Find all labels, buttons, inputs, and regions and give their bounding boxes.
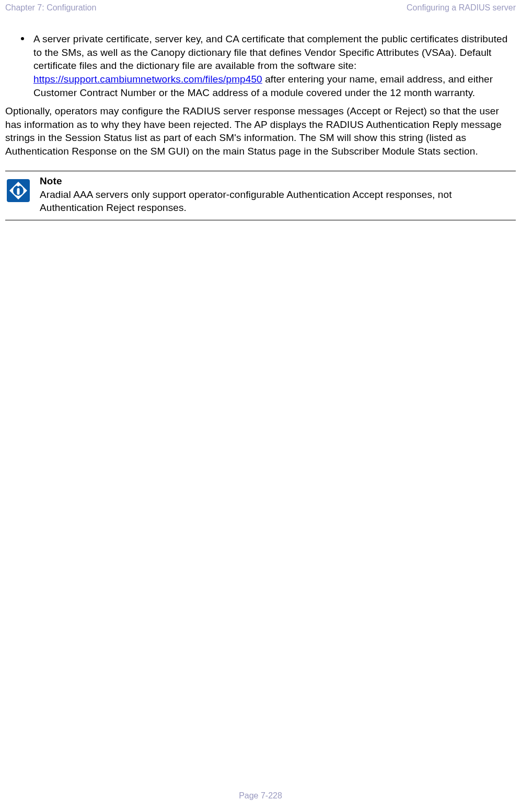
- software-site-link[interactable]: https://support.cambiumnetworks.com/file…: [33, 74, 262, 85]
- bullet-list: A server private certificate, server key…: [5, 32, 516, 99]
- bullet-text: A server private certificate, server key…: [33, 32, 516, 99]
- bullet-dot-icon: [21, 37, 24, 40]
- page-header: Chapter 7: Configuration Configuring a R…: [0, 0, 521, 13]
- page-footer: Page 7-228: [0, 791, 521, 801]
- svg-rect-3: [17, 188, 20, 195]
- bullet-text-pre: A server private certificate, server key…: [33, 33, 507, 71]
- header-right: Configuring a RADIUS server: [407, 3, 516, 13]
- note-text-column: Note Aradial AAA servers only support op…: [40, 175, 516, 215]
- body-paragraph: Optionally, operators may configure the …: [5, 104, 516, 158]
- note-icon: [6, 179, 30, 203]
- page-content: A server private certificate, server key…: [0, 13, 521, 220]
- note-body: Aradial AAA servers only support operato…: [40, 188, 516, 215]
- note-title: Note: [40, 175, 516, 187]
- svg-point-4: [17, 184, 19, 186]
- header-left: Chapter 7: Configuration: [5, 3, 96, 13]
- bullet-item: A server private certificate, server key…: [21, 32, 516, 99]
- note-callout: Note Aradial AAA servers only support op…: [5, 171, 516, 220]
